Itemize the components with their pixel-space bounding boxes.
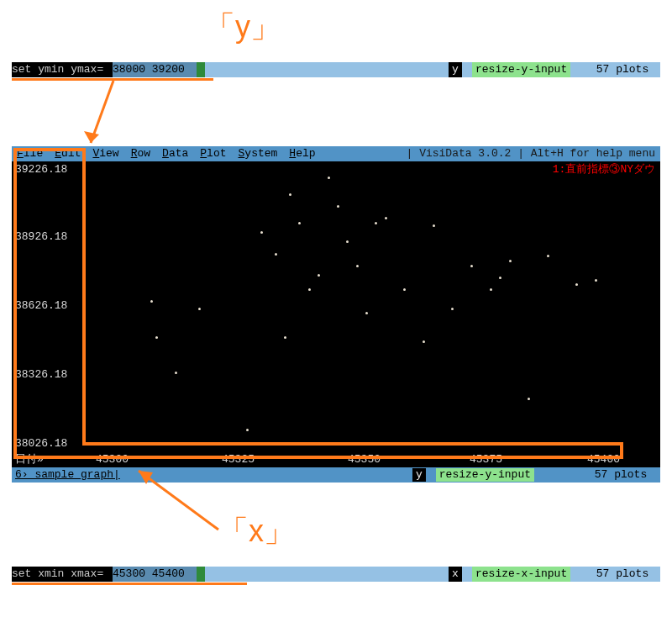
ytick-4: 38026.18 — [15, 437, 67, 451]
xtick-0: 45300 — [96, 453, 129, 467]
y-bar-gap2 — [462, 62, 472, 77]
ytick-3: 38326.18 — [15, 368, 67, 382]
status-plot-count: 57 plots — [534, 468, 660, 482]
data-point — [595, 279, 597, 282]
x-key-indicator: x — [449, 567, 462, 582]
menu-edit[interactable]: Edit — [55, 147, 81, 161]
x-bar-gap1 — [205, 567, 449, 582]
y-underline — [12, 78, 213, 81]
menu-system[interactable]: System — [239, 147, 278, 161]
x-plot-count: 57 plots — [570, 567, 660, 582]
data-point — [298, 222, 301, 224]
data-point — [346, 240, 349, 243]
menu-bar: File Edit View Row Data Plot System Help… — [12, 146, 660, 161]
x-axis-label: 日付» — [15, 453, 44, 467]
ytick-2: 38626.18 — [15, 299, 67, 313]
x-axis: 日付» 45300 45325 45350 45375 45400 — [12, 452, 660, 467]
menu-data[interactable]: Data — [162, 147, 188, 161]
data-point — [337, 205, 339, 208]
data-point — [528, 398, 530, 400]
y-plot-count: 57 plots — [570, 62, 660, 77]
data-point — [328, 177, 330, 179]
xtick-1: 45325 — [222, 453, 255, 467]
xtick-4: 45400 — [587, 453, 620, 467]
data-point — [499, 277, 501, 279]
y-prompt-text: set ymin ymax= — [12, 62, 113, 77]
menu-view[interactable]: View — [92, 147, 118, 161]
status-command: resize-y-input — [436, 468, 534, 482]
data-point — [260, 231, 263, 234]
data-point — [289, 193, 291, 196]
data-point — [155, 336, 158, 339]
data-point — [308, 288, 311, 291]
menu-file[interactable]: File — [17, 147, 43, 161]
annotation-y-label: 「y」 — [205, 7, 281, 48]
data-point — [509, 260, 512, 262]
y-key-indicator: y — [449, 62, 462, 77]
data-point — [365, 312, 368, 314]
data-point — [246, 429, 249, 431]
xtick-2: 45350 — [348, 453, 381, 467]
data-point — [356, 265, 359, 267]
x-bar-gap2 — [462, 567, 472, 582]
x-underline — [12, 583, 247, 585]
xtick-3: 45375 — [470, 453, 502, 467]
visidata-window: File Edit View Row Data Plot System Help… — [12, 146, 660, 483]
ytick-1: 38926.18 — [15, 230, 67, 244]
status-bar: 6› sample_graph| y resize-y-input 57 plo… — [12, 467, 660, 483]
data-point — [547, 255, 549, 257]
data-point — [275, 253, 277, 256]
data-point — [318, 274, 320, 277]
data-point — [198, 308, 201, 310]
status-key: y — [412, 468, 426, 482]
data-point — [150, 300, 153, 303]
y-command-name: resize-y-input — [472, 62, 570, 77]
sheet-name[interactable]: 6› sample_graph| — [12, 468, 120, 482]
ytick-0: 39226.18 — [15, 163, 67, 177]
x-prompt-text: set xmin xmax= — [12, 567, 113, 582]
data-point — [284, 336, 286, 339]
y-input-value[interactable]: 38000 39200 — [113, 62, 205, 77]
plot-legend: 1:直前指標③NYダウ — [553, 163, 655, 177]
data-point — [451, 308, 454, 310]
annotation-x-label: 「x」 — [218, 511, 294, 552]
data-point — [423, 340, 425, 343]
y-bar-gap1 — [205, 62, 449, 77]
x-input-value[interactable]: 45300 45400 — [113, 567, 205, 582]
data-point — [403, 288, 406, 291]
x-prompt-bar: set xmin xmax= 45300 45400 x resize-x-in… — [12, 567, 660, 582]
menu-row[interactable]: Row — [131, 147, 150, 161]
data-point — [433, 224, 435, 227]
menu-info: | VisiData 3.0.2 | Alt+H for help menu — [407, 147, 655, 161]
x-command-name: resize-x-input — [472, 567, 570, 582]
y-prompt-bar: set ymin ymax= 38000 39200 y resize-y-in… — [12, 62, 660, 77]
data-point — [470, 265, 473, 267]
data-point — [385, 217, 387, 219]
svg-marker-0 — [84, 131, 99, 143]
scatter-plot[interactable]: 1:直前指標③NYダウ 39226.18 38926.18 38626.18 3… — [12, 161, 660, 452]
data-point — [575, 283, 578, 286]
menu-plot[interactable]: Plot — [200, 147, 226, 161]
menu-help[interactable]: Help — [289, 147, 315, 161]
data-point — [490, 288, 492, 291]
data-point — [175, 372, 177, 374]
data-point — [375, 222, 377, 224]
